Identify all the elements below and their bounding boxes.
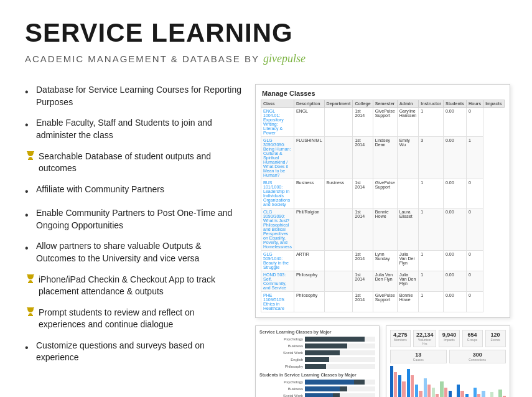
table-cell xyxy=(397,179,419,208)
table-header-cell: College xyxy=(353,100,373,108)
table-cell: 1 xyxy=(419,251,444,271)
table-cell: Emily Wu xyxy=(397,137,419,179)
grouped-bar xyxy=(398,375,401,397)
bar-group xyxy=(449,391,455,397)
bar-group xyxy=(457,385,464,397)
stat-label: Events xyxy=(488,338,503,342)
stat-number: 4,275 xyxy=(393,332,408,338)
table-cell xyxy=(324,271,353,292)
bar-group xyxy=(482,391,488,397)
table-cell xyxy=(324,137,353,179)
bar-row: Business xyxy=(259,386,375,391)
bullet-text: Prompt students to review and reflect on… xyxy=(39,307,243,331)
bullet-item: • Enable Faculty, Staff and Students to … xyxy=(25,117,243,141)
stat-box: 300 Connections xyxy=(449,350,506,363)
table-cell: 0.00 xyxy=(443,208,466,251)
bullet-dot: • xyxy=(25,118,36,132)
stat-number: 120 xyxy=(488,332,503,338)
stat-box: 22,134 Volunteer Hrs xyxy=(413,330,437,347)
bar-row: Psychology xyxy=(259,337,375,342)
table-header-cell: Class xyxy=(261,100,294,108)
stat-label: Causes xyxy=(393,358,444,362)
bar-track xyxy=(305,337,375,342)
table-cell xyxy=(324,208,353,251)
table-cell: 0.00 xyxy=(443,179,466,208)
table-cell xyxy=(324,292,353,312)
table-cell: Garyline Hanssen xyxy=(397,108,419,137)
table-row: ENGL 1004.01: Expository Writing: Litera… xyxy=(261,108,505,137)
bar-row: Social Work xyxy=(259,350,375,355)
table-cell: 1st 2014 xyxy=(353,137,373,179)
table-cell: Julia Van Den Flyn xyxy=(373,271,397,292)
bar-track xyxy=(305,393,375,397)
bar-group xyxy=(440,381,447,397)
table-cell: ARTIR xyxy=(294,251,324,271)
bar-row: Business xyxy=(259,343,375,348)
table-cell: 0.00 xyxy=(443,271,466,292)
table-cell: 0 xyxy=(466,108,483,137)
stat-number: 13 xyxy=(393,352,444,358)
main-title: SERVICE LEARNING xyxy=(25,19,507,47)
stat-label: Members xyxy=(393,338,408,342)
table-cell: Julia Van Den Flyn xyxy=(397,271,419,292)
bar-chart-area-2: Psychology Business Social Work English … xyxy=(259,380,375,397)
stat-box: 120 Events xyxy=(485,330,506,347)
grouped-bar xyxy=(432,388,435,397)
stat-label: Connections xyxy=(452,358,503,362)
table-row: GLG 509/1040: Beauty in the StruggleARTI… xyxy=(261,251,505,271)
bar-label: Business xyxy=(259,344,303,348)
table-cell: 3 xyxy=(419,137,444,179)
bar-group xyxy=(415,385,422,397)
bullet-dot: • xyxy=(25,208,36,222)
table-header-cell: Hours xyxy=(466,100,483,108)
grouped-bar xyxy=(424,378,427,397)
table-cell: 0.00 xyxy=(443,292,466,312)
bullet-text: Allow partners to share valuable Outputs… xyxy=(36,240,243,264)
table-cell: 0 xyxy=(466,251,483,271)
table-cell: Lindsey Dean xyxy=(373,137,397,179)
table-cell: 0.00 xyxy=(443,251,466,271)
table-header-cell: Semester xyxy=(373,100,397,108)
grouped-bar xyxy=(482,391,485,397)
bar-track xyxy=(305,343,375,348)
table-cell: Business xyxy=(324,179,353,208)
stat-label: Groups xyxy=(465,338,480,342)
stats-chart-screenshot: 4,275 Members 22,134 Volunteer Hrs 9,940… xyxy=(386,325,510,397)
bullet-text: Enable Community Partners to Post One-Ti… xyxy=(36,207,243,231)
bar-track xyxy=(305,364,375,369)
screenshots-area: Manage Classes ClassDescriptionDepartmen… xyxy=(255,84,510,397)
bullet-text: Enable Faculty, Staff and Students to jo… xyxy=(36,117,243,141)
grouped-bar xyxy=(440,381,443,397)
bar-label: Philosophy xyxy=(259,365,303,368)
table-cell: 0 xyxy=(466,208,483,251)
bar-track xyxy=(305,350,375,355)
table-cell: 1 xyxy=(466,137,483,179)
grouped-bar xyxy=(411,375,414,397)
table-cell: 1st 2014 xyxy=(353,208,373,251)
table-cell: Julia Van Der Flyn xyxy=(397,251,419,271)
bar-group xyxy=(490,392,497,397)
table-cell: Philosophy xyxy=(294,292,324,312)
grouped-bar xyxy=(477,394,480,397)
classes-table: ClassDescriptionDepartmentCollegeSemeste… xyxy=(261,100,505,312)
bar-label: Business xyxy=(259,387,303,391)
table-cell: 1 xyxy=(419,271,444,292)
bar-group xyxy=(474,388,480,397)
table-cell: Phil/Rolgion xyxy=(294,208,324,251)
bar-group xyxy=(390,366,397,397)
table-title: Manage Classes xyxy=(261,90,505,97)
table-cell: GivePulse Support xyxy=(373,108,397,137)
stat-box: 9,940 Impacts xyxy=(439,330,459,347)
table-cell: 1 xyxy=(419,292,444,312)
table-cell: Lynn Sunday xyxy=(373,251,397,271)
bar-group xyxy=(498,390,505,397)
table-cell: 1st 2014 xyxy=(353,271,373,292)
trophy-icon xyxy=(25,274,39,289)
grouped-bar xyxy=(465,394,469,397)
bullet-item: • Affiliate with Community Partners xyxy=(25,184,243,198)
grouped-bar xyxy=(427,385,431,397)
table-cell: 0 xyxy=(466,271,483,292)
table-cell: Bonnie Howe xyxy=(397,292,419,312)
table-header-cell: Admin xyxy=(397,100,419,108)
bullet-item: iPhone/iPad Checkin & Checkout App to tr… xyxy=(25,274,243,298)
